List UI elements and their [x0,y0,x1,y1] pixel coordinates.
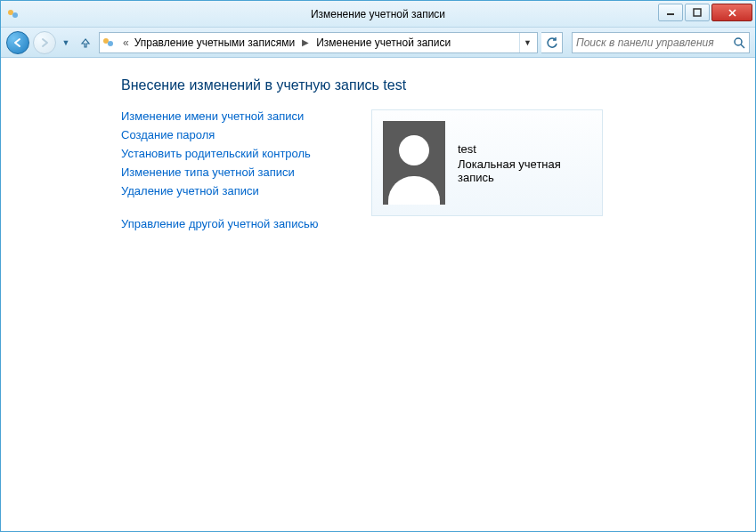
navigation-bar: ▼ « Управление учетными записями ▶ Измен… [1,28,755,58]
search-input[interactable] [576,36,733,49]
maximize-icon [693,8,702,17]
close-button[interactable] [711,4,752,21]
svg-point-8 [735,38,742,45]
action-links: Изменение имени учетной записи Создание … [121,109,318,230]
app-icon [6,7,20,21]
maximize-button[interactable] [685,4,710,21]
page-heading: Внесение изменений в учетную запись test [121,77,755,93]
user-info: test Локальная учетная запись [458,142,592,184]
svg-point-1 [12,12,18,18]
arrow-up-icon [79,36,92,49]
content-area: Внесение изменений в учетную запись test… [1,58,755,531]
link-parental-control[interactable]: Установить родительский контроль [121,147,318,160]
arrow-left-icon [12,36,24,49]
search-box[interactable] [572,32,750,53]
breadcrumb-item-change[interactable]: Изменение учетной записи [314,36,452,49]
chevron-right-icon: ▶ [302,37,309,47]
breadcrumb-item-accounts[interactable]: Управление учетными записями [133,36,297,49]
history-dropdown[interactable]: ▼ [60,31,72,54]
link-manage-other[interactable]: Управление другой учетной записью [121,217,318,230]
svg-rect-3 [694,9,701,16]
minimize-icon [666,8,675,17]
window-title: Изменение учетной записи [1,8,755,20]
address-dropdown[interactable]: ▼ [519,33,535,52]
forward-button[interactable] [33,31,56,54]
svg-point-6 [103,38,109,44]
refresh-button[interactable] [541,32,563,53]
user-card: test Локальная учетная запись [371,109,603,216]
svg-point-7 [108,41,113,46]
user-account-type: Локальная учетная запись [458,157,592,184]
user-accounts-icon [102,36,116,50]
address-bar[interactable]: « Управление учетными записями ▶ Изменен… [99,32,538,53]
link-change-type[interactable]: Изменение типа учетной записи [121,165,318,179]
svg-line-9 [741,44,744,48]
search-icon[interactable] [733,36,745,49]
close-icon [728,8,737,18]
arrow-right-icon [38,36,51,49]
svg-point-0 [8,10,13,15]
avatar [383,121,445,205]
link-delete-account[interactable]: Удаление учетной записи [121,184,318,197]
breadcrumb-overflow-icon[interactable]: « [123,36,129,49]
user-name: test [458,142,592,156]
link-change-name[interactable]: Изменение имени учетной записи [121,109,318,123]
refresh-icon [546,36,558,49]
up-button[interactable] [76,33,95,52]
back-button[interactable] [6,31,29,54]
minimize-button[interactable] [658,4,683,21]
link-create-password[interactable]: Создание пароля [121,128,318,141]
title-bar: Изменение учетной записи [1,1,755,28]
